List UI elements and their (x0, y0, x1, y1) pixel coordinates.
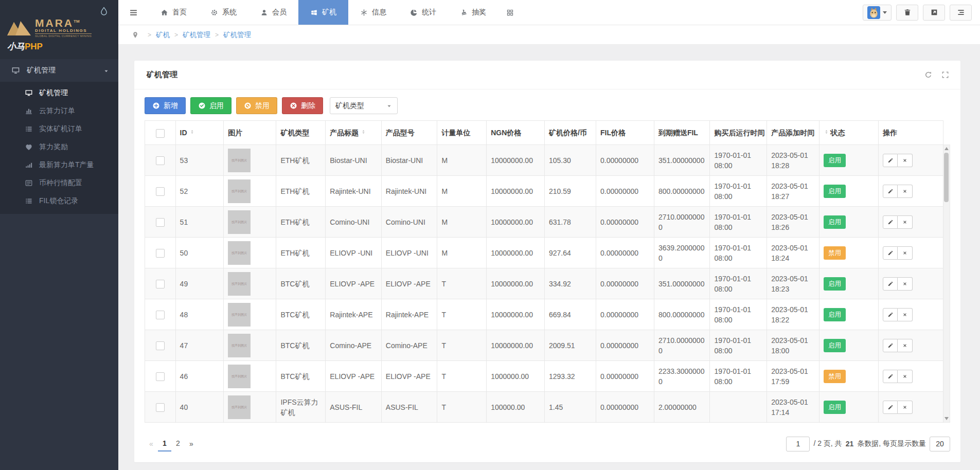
delete-row-button[interactable] (898, 185, 913, 198)
page-size-input[interactable] (930, 437, 950, 451)
row-checkbox[interactable] (156, 372, 165, 381)
pie-chart-icon (410, 9, 418, 16)
next-page-button[interactable]: » (185, 437, 198, 451)
sort-icon[interactable] (361, 129, 366, 135)
delete-row-button[interactable] (898, 277, 913, 291)
sidebar-group-mining[interactable]: 矿机管理 (0, 59, 118, 82)
edit-button[interactable] (883, 370, 898, 383)
refresh-icon[interactable] (924, 71, 932, 79)
sort-icon[interactable] (824, 129, 829, 135)
scroll-up-arrow-icon[interactable] (945, 147, 949, 150)
edit-button[interactable] (883, 277, 898, 291)
disable-button[interactable]: 禁用 (236, 97, 277, 114)
nav-tab-首页[interactable]: 首页 (149, 0, 199, 25)
cell-fil-price: 0.00000000 (596, 145, 654, 176)
nav-tab-grid-icon[interactable] (498, 0, 522, 25)
machine-type-select[interactable]: 矿机类型 (330, 97, 398, 114)
app-name: 小马PHP (7, 41, 111, 52)
row-checkbox[interactable] (156, 187, 165, 196)
cell-machine-price: 334.92 (545, 268, 596, 299)
product-image-placeholder: 找不到图片 (228, 365, 251, 388)
prev-page-button[interactable]: « (145, 437, 158, 451)
row-checkbox[interactable] (156, 280, 165, 288)
row-checkbox[interactable] (156, 341, 165, 350)
cell-expire-gift-fil: 2.00000000 (654, 392, 710, 423)
cell-status: 启用 (819, 330, 879, 361)
breadcrumb-link-0[interactable]: 矿机 (156, 31, 170, 39)
more-menu-button[interactable] (950, 5, 972, 21)
row-checkbox[interactable] (156, 218, 165, 227)
edit-button[interactable] (883, 339, 898, 352)
row-checkbox[interactable] (156, 156, 165, 165)
fullscreen-icon[interactable] (941, 71, 949, 79)
scroll-down-arrow-icon[interactable] (945, 417, 949, 420)
sidebar-item-6[interactable]: FIL锁仓记录 (0, 192, 118, 210)
edit-button[interactable] (883, 246, 898, 260)
enable-button[interactable]: 启用 (190, 97, 231, 114)
breadcrumb-separator: > (215, 31, 219, 39)
sidebar-item-1[interactable]: 云算力订单 (0, 102, 118, 120)
sidebar-item-2[interactable]: 实体矿机订单 (0, 120, 118, 138)
delete-row-button[interactable] (898, 154, 913, 167)
sidebar-item-4[interactable]: 最新算力单T产量 (0, 156, 118, 174)
edit-button[interactable] (883, 308, 898, 321)
column-header-4: 产品标题 (326, 121, 382, 145)
add-button[interactable]: 新增 (145, 97, 186, 114)
status-badge: 禁用 (824, 246, 846, 260)
cell-status: 启用 (819, 207, 879, 238)
stamp-icon (460, 9, 468, 16)
plus-circle-icon (152, 102, 160, 110)
cell-runtime: 1970-01-01 08:00 (710, 207, 767, 238)
nav-tab-系统[interactable]: 系统 (199, 0, 248, 25)
cell-machine-price: 669.84 (545, 299, 596, 330)
cell-expire-gift-fil: 800.00000000 (654, 299, 710, 330)
nav-tab-会员[interactable]: 会员 (248, 0, 298, 25)
nav-tab-信息[interactable]: 信息 (348, 0, 398, 25)
delete-row-button[interactable] (898, 215, 913, 229)
delete-row-button[interactable] (898, 370, 913, 383)
nav-tab-矿机[interactable]: 矿机 (298, 0, 348, 25)
page-button-2[interactable]: 2 (171, 436, 185, 451)
cell-checkbox (145, 145, 176, 176)
sort-icon[interactable] (189, 129, 195, 135)
page-jump-input[interactable] (786, 437, 810, 451)
cell-status: 启用 (819, 299, 879, 330)
delete-row-button[interactable] (898, 401, 913, 414)
edit-button[interactable] (883, 401, 898, 414)
delete-row-button[interactable] (898, 246, 913, 260)
table-scrollbar[interactable] (943, 144, 950, 423)
open-site-button[interactable] (923, 5, 945, 21)
delete-row-button[interactable] (898, 308, 913, 321)
nav-tab-抽奖[interactable]: 抽奖 (448, 0, 498, 25)
edit-button[interactable] (883, 154, 898, 167)
list-icon (25, 197, 33, 205)
water-drop-icon[interactable] (99, 5, 110, 19)
edit-button[interactable] (883, 215, 898, 229)
breadcrumb-link-2[interactable]: 矿机管理 (223, 31, 251, 39)
toolbar: 新增启用禁用删除 矿机类型 (145, 97, 950, 114)
select-all-checkbox[interactable] (156, 129, 165, 138)
row-checkbox[interactable] (156, 403, 165, 412)
row-checkbox[interactable] (156, 249, 165, 258)
sidebar-item-0[interactable]: 矿机管理 (0, 84, 118, 102)
status-badge: 启用 (824, 215, 846, 229)
trash-icon (903, 8, 912, 16)
sidebar-toggle-button[interactable] (118, 0, 149, 25)
nav-tab-统计[interactable]: 统计 (398, 0, 448, 25)
delete-row-button[interactable] (898, 339, 913, 352)
clear-cache-button[interactable] (896, 5, 918, 21)
panel-title: 矿机管理 (147, 70, 177, 80)
scrollbar-thumb[interactable] (944, 153, 949, 202)
user-menu-button[interactable] (863, 5, 892, 21)
delete-button[interactable]: 删除 (282, 97, 323, 114)
edit-button[interactable] (883, 185, 898, 198)
cell-runtime: 1970-01-01 08:00 (710, 299, 767, 330)
cell-image: 找不到图片 (224, 238, 276, 268)
breadcrumb-link-1[interactable]: 矿机管理 (183, 31, 210, 39)
sidebar-item-5[interactable]: 币种行情配置 (0, 174, 118, 192)
page-button-1[interactable]: 1 (158, 436, 171, 451)
cell-actions (879, 145, 943, 176)
sidebar-item-3[interactable]: 算力奖励 (0, 138, 118, 156)
cell-fil-price: 0.00000000 (596, 207, 654, 238)
row-checkbox[interactable] (156, 311, 165, 319)
